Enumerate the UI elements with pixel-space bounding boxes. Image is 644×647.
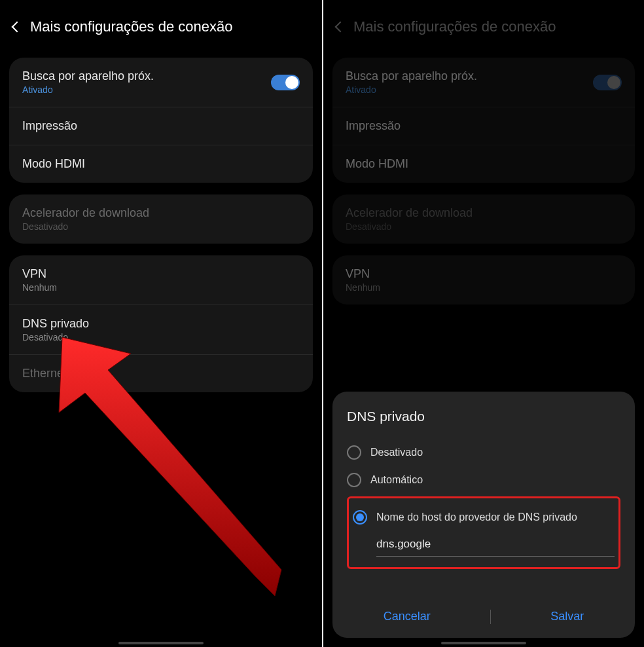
page-title: Mais configurações de conexão (30, 18, 232, 35)
settings-card-2: Acelerador de download Desativado (332, 194, 635, 244)
annotation-highlight: Nome do host do provedor de DNS privado … (347, 496, 620, 569)
input-underline (376, 556, 615, 557)
settings-card-1: Busca por aparelho próx. Ativado Impress… (332, 58, 635, 183)
page-title: Mais configurações de conexão (353, 18, 556, 35)
row-title: VPN (346, 267, 380, 281)
save-button[interactable]: Salvar (537, 606, 597, 627)
row-subtitle: Nenhum (22, 282, 57, 293)
row-vpn: VPN Nenhum (332, 255, 635, 305)
home-indicator-icon (441, 642, 526, 644)
back-icon (335, 22, 346, 33)
left-panel: Mais configurações de conexão Busca por … (0, 0, 322, 647)
row-nearby-search[interactable]: Busca por aparelho próx. Ativado (9, 58, 313, 107)
row-subtitle: Desativado (22, 332, 89, 342)
row-vpn[interactable]: VPN Nenhum (9, 255, 313, 305)
private-dns-dialog: DNS privado Desativado Automático Nome d… (332, 392, 635, 638)
row-title: Busca por aparelho próx. (22, 69, 154, 83)
row-title: Modo HDMI (346, 157, 408, 171)
row-nearby-search: Busca por aparelho próx. Ativado (332, 58, 635, 107)
row-subtitle: Ativado (22, 84, 154, 95)
row-download-booster: Acelerador de download Desativado (332, 194, 635, 244)
settings-card-3: VPN Nenhum (332, 255, 635, 305)
hostname-input[interactable]: dns.google (376, 538, 615, 551)
radio-icon[interactable] (347, 473, 361, 487)
radio-option-hostname[interactable]: Nome do host do provedor de DNS privado (353, 504, 615, 531)
right-panel: Mais configurações de conexão Busca por … (322, 0, 644, 647)
home-indicator-icon (118, 642, 204, 644)
row-title: Impressão (22, 119, 77, 133)
header: Mais configurações de conexão (0, 0, 322, 51)
toggle-switch (593, 75, 622, 90)
settings-card-1: Busca por aparelho próx. Ativado Impress… (9, 58, 313, 183)
back-icon[interactable] (12, 22, 23, 33)
row-download-booster: Acelerador de download Desativado (9, 194, 313, 244)
row-subtitle: Desativado (346, 221, 473, 232)
toggle-switch[interactable] (271, 75, 300, 90)
settings-card-3: VPN Nenhum DNS privado Desativado Ethern… (9, 255, 313, 392)
radio-label: Nome do host do provedor de DNS privado (376, 511, 577, 523)
row-printing[interactable]: Impressão (9, 107, 313, 145)
row-subtitle: Desativado (22, 221, 149, 232)
divider-icon (490, 610, 491, 624)
radio-icon[interactable] (347, 445, 361, 460)
cancel-button[interactable]: Cancelar (370, 606, 444, 627)
dialog-title: DNS privado (347, 409, 620, 424)
row-subtitle: Ativado (346, 84, 477, 95)
header: Mais configurações de conexão (323, 0, 644, 51)
row-title: Ethernet (22, 367, 67, 380)
row-private-dns[interactable]: DNS privado Desativado (9, 305, 313, 355)
row-title: Acelerador de download (22, 206, 149, 220)
row-title: Impressão (346, 119, 401, 133)
row-hdmi: Modo HDMI (332, 145, 635, 183)
radio-option-auto[interactable]: Automático (347, 466, 620, 494)
row-printing: Impressão (332, 107, 635, 145)
radio-option-off[interactable]: Desativado (347, 439, 620, 466)
row-title: Busca por aparelho próx. (346, 69, 477, 83)
settings-card-2: Acelerador de download Desativado (9, 194, 313, 244)
radio-icon[interactable] (353, 510, 367, 525)
row-title: VPN (22, 267, 57, 281)
row-ethernet: Ethernet (9, 355, 313, 392)
radio-label: Automático (370, 474, 423, 486)
row-title: DNS privado (22, 317, 89, 331)
row-hdmi[interactable]: Modo HDMI (9, 145, 313, 183)
row-title: Acelerador de download (346, 206, 473, 220)
radio-label: Desativado (370, 447, 423, 458)
dialog-actions: Cancelar Salvar (347, 606, 620, 627)
row-title: Modo HDMI (22, 157, 85, 171)
row-subtitle: Nenhum (346, 282, 380, 293)
